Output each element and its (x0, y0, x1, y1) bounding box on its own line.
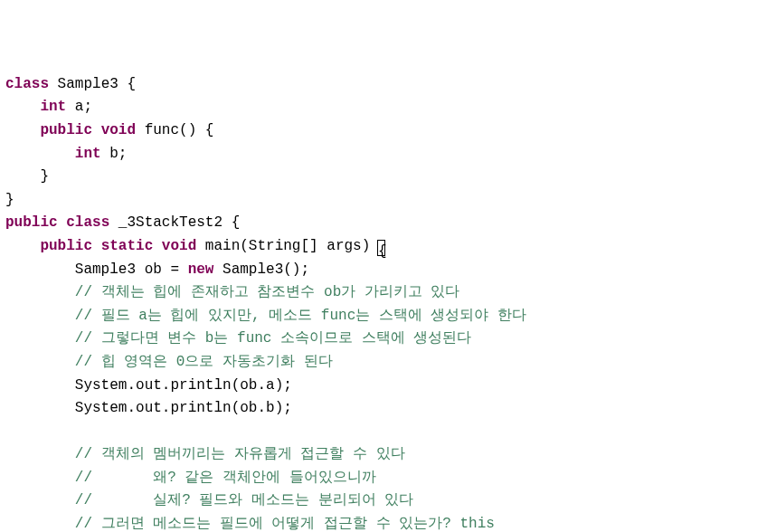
keyword: int (75, 146, 101, 162)
indent (5, 516, 75, 532)
code-line: // 그러면 메소드는 필드에 어떻게 접근할 수 있는가? this (5, 516, 495, 532)
comment: // 실제? 필드와 메소드는 분리되어 있다 (75, 492, 413, 508)
code-line: // 객체는 힙에 존재하고 참조변수 ob가 가리키고 있다 (5, 284, 459, 300)
code-line: public class _3StackTest2 { (5, 214, 240, 231)
indent (5, 238, 40, 254)
code-text: } (40, 168, 49, 185)
indent (5, 308, 75, 324)
comment: // 왜? 같은 객체안에 들어있으니까 (75, 470, 376, 486)
keyword: public (40, 238, 92, 254)
comment: // 그러면 메소드는 필드에 어떻게 접근할 수 있는가? this (75, 516, 495, 532)
keyword: void (101, 122, 136, 138)
bracket-highlight: { (377, 240, 385, 256)
comment: // 필드 a는 힙에 있지만, 메소드 func는 스택에 생성되야 한다 (75, 308, 526, 324)
code-text: System.out.println(ob.b); (75, 400, 292, 416)
code-line: // 필드 a는 힙에 있지만, 메소드 func는 스택에 생성되야 한다 (5, 308, 526, 324)
code-line: public static void main(String[] args) { (5, 238, 385, 254)
keyword: public (40, 122, 92, 138)
indent (5, 99, 40, 115)
code-editor[interactable]: class Sample3 { int a; public void func(… (5, 73, 762, 532)
space (58, 214, 67, 231)
indent (5, 146, 75, 162)
indent (5, 470, 75, 486)
code-line: Sample3 ob = new Sample3(); (5, 261, 309, 278)
space (92, 238, 101, 254)
indent (5, 330, 75, 347)
indent (5, 354, 75, 370)
code-line: // 실제? 필드와 메소드는 분리되어 있다 (5, 492, 413, 508)
code-line: int a; (5, 99, 92, 115)
comment: // 객체의 멤버끼리는 자유롭게 접근할 수 있다 (75, 446, 405, 462)
indent (5, 284, 75, 300)
keyword: class (66, 214, 109, 231)
keyword: class (5, 76, 49, 92)
code-text: main(String[] args) (196, 238, 379, 254)
keyword: void (162, 238, 196, 254)
keyword: public (5, 214, 58, 231)
code-line: int b; (5, 146, 127, 162)
indent (5, 261, 75, 278)
code-text: Sample3(); (213, 261, 309, 278)
code-line: // 객체의 멤버끼리는 자유롭게 접근할 수 있다 (5, 446, 405, 462)
code-line: // 그렇다면 변수 b는 func 소속이므로 스택에 생성된다 (5, 330, 471, 347)
indent (5, 400, 75, 416)
keyword: new (188, 261, 214, 278)
code-line: // 왜? 같은 객체안에 들어있으니까 (5, 470, 376, 486)
code-text: b; (101, 146, 128, 162)
code-text: _3StackTest2 { (109, 214, 240, 231)
code-line: } (5, 192, 14, 208)
code-line: System.out.println(ob.a); (5, 377, 292, 394)
code-line: class Sample3 { (5, 76, 136, 92)
code-text: Sample3 ob = (75, 261, 188, 278)
keyword: static (101, 238, 154, 254)
code-text: } (5, 192, 14, 208)
space (92, 122, 101, 138)
code-text: a; (66, 99, 92, 115)
space (153, 238, 162, 254)
code-line: System.out.println(ob.b); (5, 400, 292, 416)
comment: // 힙 영역은 0으로 자동초기화 된다 (75, 354, 333, 370)
code-text: Sample3 { (49, 76, 136, 92)
code-line: public void func() { (5, 122, 213, 138)
comment: // 그렇다면 변수 b는 func 소속이므로 스택에 생성된다 (75, 330, 471, 347)
comment: // 객체는 힙에 존재하고 참조변수 ob가 가리키고 있다 (75, 284, 460, 300)
indent (5, 122, 40, 138)
code-text: System.out.println(ob.a); (75, 377, 292, 394)
indent (5, 492, 75, 508)
code-text: func() { (136, 122, 213, 138)
indent (5, 168, 40, 185)
indent (5, 446, 75, 462)
keyword: int (40, 99, 66, 115)
code-line: // 힙 영역은 0으로 자동초기화 된다 (5, 354, 333, 370)
indent (5, 377, 75, 394)
code-line: } (5, 168, 49, 185)
